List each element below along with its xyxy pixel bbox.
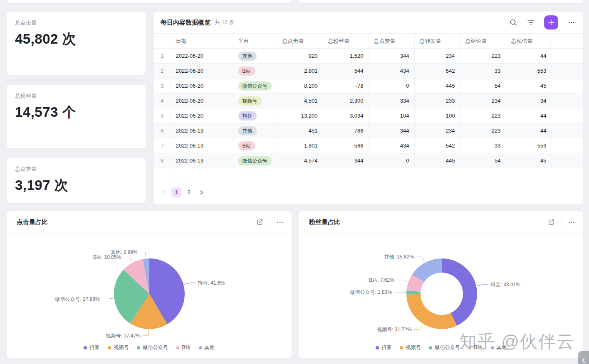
cell-platform: B站 [233,64,277,79]
column-header[interactable]: 总私信量 [506,34,552,49]
stat-card-total-likes: 总点赞量 3,197 次 [7,158,146,203]
cell-value: 553 [506,138,552,153]
search-icon[interactable] [509,18,517,27]
platform-tag: 微信公众号 [238,81,272,91]
table-card-header: 每日内容数据概览 共 10 条 [154,12,583,33]
cell-spacer [552,49,583,64]
stat-card-total-clicks: 总点击量 45,802 次 [7,12,146,75]
daily-data-table-card: 每日内容数据概览 共 10 条 [154,12,583,204]
legend-item-1[interactable]: 视频号 [400,344,421,351]
cell-value: 33 [460,64,506,79]
chart-title: 点击量占比 [17,218,48,226]
legend-item-0[interactable]: 抖音 [376,344,391,351]
table-row[interactable]: 82022-06-13微信公众号4,57434404455445 [154,153,583,168]
label-leader-line [184,283,196,285]
label-leader-line [143,330,148,336]
slice-label: 抖音: 43.01% [490,282,521,288]
column-header[interactable]: 总评论量 [460,34,506,49]
table-row[interactable]: 32022-06-20微信公众号8,200-7804455445 [154,79,583,93]
pagination-next-icon[interactable] [196,187,206,197]
row-index: 3 [154,79,171,93]
cell-value: 234 [414,123,460,138]
pie-slice-1[interactable] [406,294,457,329]
cell-spacer [552,108,583,123]
legend-dot-icon [84,346,87,349]
table-row[interactable]: 72022-06-13B站1,80156643454233553 [154,138,583,153]
stat-value: 45,802 次 [15,30,137,49]
cell-value: 4,501 [277,93,323,108]
cell-value: 34 [506,93,552,108]
legend-label: 微信公众号 [143,344,168,351]
column-header[interactable]: 日期 [171,34,233,49]
legend-item-1[interactable]: 视频号 [108,344,129,351]
chart-card-header: 粉丝量占比 [299,211,583,234]
cell-date: 2022-06-13 [171,153,233,168]
cell-platform: 视频号 [233,93,277,108]
column-header[interactable]: 平台 [233,34,277,49]
pie-chart-clicks: 抖音: 41.6%视频号: 17.47%微信公众号: 27.89%B站: 10.… [7,234,292,358]
legend-dot-icon [108,346,111,349]
cell-value: 44 [506,108,552,123]
column-header[interactable]: 总粉丝量 [323,34,369,49]
more-options-icon[interactable] [276,218,284,226]
more-options-icon[interactable] [567,218,576,226]
legend-item-2[interactable]: 微信公众号 [429,344,460,351]
cell-value: 223 [460,49,506,64]
slice-label: 视频号: 17.47% [105,333,141,339]
cell-value: 542 [414,138,460,153]
table-row[interactable]: 62022-06-13其他45178634423422344 [154,123,583,138]
row-index: 4 [154,93,171,108]
chart-legend: 抖音视频号微信公众号B站其他 [7,344,292,351]
table-row[interactable]: 12022-06-20其他9201,52034423422344 [154,49,583,64]
column-header[interactable]: 总点击量 [277,34,323,49]
daily-data-table: 日期 平台 总点击量 总粉丝量 总点赞量 总转发量 总评论量 总私信量 1202… [154,33,583,184]
slice-label: 视频号: 31.72% [376,327,412,332]
empty-cell [506,168,552,184]
table-row[interactable]: 22022-06-20B站2,80154443454233553 [154,64,583,79]
table-row[interactable]: 42022-06-20视频号4,5012,30033423323434 [154,93,583,108]
legend-item-4[interactable]: 其他 [199,344,215,351]
cell-value: 451 [277,123,323,138]
slice-label: 抖音: 41.6% [198,280,225,286]
platform-tag: 其他 [238,52,257,61]
platform-tag: 其他 [238,126,257,135]
table-row[interactable]: 52022-06-20抖音13,2003,03410410022344 [154,108,583,123]
cell-value: 434 [369,64,414,79]
table-header-row: 日期 平台 总点击量 总粉丝量 总点赞量 总转发量 总评论量 总私信量 [154,34,583,49]
legend-dot-icon [429,346,432,349]
collapse-handle[interactable]: ❮ [578,351,589,364]
clicks-share-chart-card: 点击量占比 抖音: 41.6%视频号: 17.47%微信公众号: 27.89%B… [7,211,292,358]
platform-tag: 微信公众号 [238,156,272,165]
label-leader-line [140,252,146,258]
column-header[interactable]: 总点赞量 [369,34,414,49]
external-link-icon[interactable] [547,218,555,226]
legend-item-0[interactable]: 抖音 [84,344,99,351]
more-options-icon[interactable] [567,18,576,27]
cutoff-card-top-left [7,0,292,3]
cell-value: 104 [369,108,414,123]
column-header[interactable]: 总转发量 [414,34,460,49]
pagination-page-1[interactable]: 1 [171,187,181,197]
label-leader-line [396,280,408,282]
pagination-prev-icon[interactable] [159,187,169,197]
platform-tag: 视频号 [238,96,262,106]
cell-value: -78 [323,79,369,93]
add-record-button[interactable] [544,15,558,30]
cell-value: 8,200 [277,79,323,93]
external-link-icon[interactable] [255,218,264,226]
legend-item-2[interactable]: 微信公众号 [137,344,168,351]
pagination-page-2[interactable]: 2 [184,187,194,197]
cell-value: 786 [323,123,369,138]
cell-value: 3,034 [323,108,369,123]
legend-item-3[interactable]: B站 [176,344,190,351]
table-row-count: 共 10 条 [215,19,235,26]
stat-label: 总点赞量 [15,165,137,173]
cell-spacer [552,123,583,138]
row-index: 2 [154,64,171,79]
chart-card-header: 点击量占比 [7,211,292,234]
filter-icon[interactable] [527,18,535,27]
row-index: 8 [154,153,171,168]
column-header-spacer [552,34,583,49]
cell-value: 553 [506,64,552,79]
legend-dot-icon [137,346,140,349]
